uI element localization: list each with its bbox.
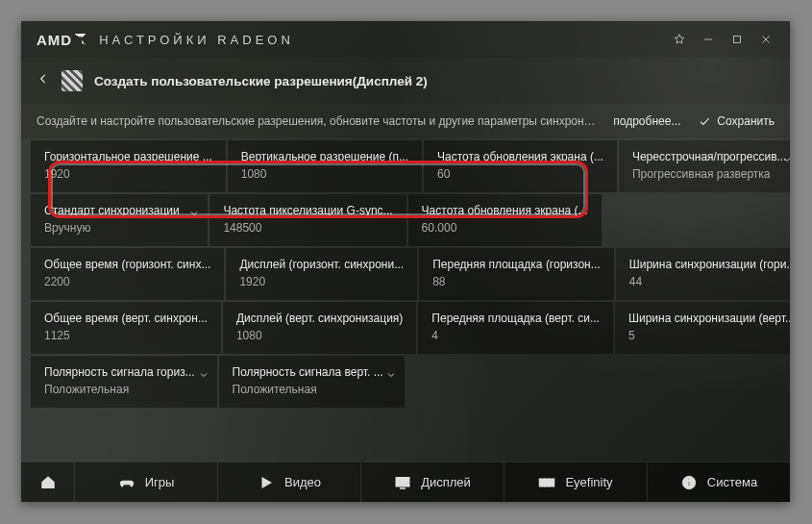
app-title: НАСТРОЙКИ RADEON (99, 33, 294, 47)
setting-label: Дисплей (верт. синхронизация) (236, 312, 403, 325)
settings-row: Общее время (верт. синхрон...1125Дисплей… (31, 302, 780, 354)
setting-value: 5 (628, 329, 790, 342)
nav-display-label: Дисплей (421, 475, 471, 489)
setting-label: Чересстрочная/прогрессив... (632, 150, 787, 163)
minimize-icon (701, 33, 715, 46)
setting-label: Частота обновления экрана (... (422, 204, 588, 217)
setting-label: Общее время (горизонт. синх... (44, 258, 210, 271)
info-icon (680, 474, 698, 491)
description-text: Создайте и настройте пользовательские ра… (37, 114, 596, 128)
close-button[interactable] (751, 25, 780, 54)
nav-system[interactable]: Система (648, 462, 790, 502)
setting-cell[interactable]: Вертикальное разрешение (п...1080 (228, 140, 422, 192)
setting-value: 60.000 (422, 221, 588, 235)
chevron-down-icon (198, 367, 209, 385)
svg-rect-1 (734, 37, 741, 43)
nav-eyefinity[interactable]: Eyefinity (504, 462, 648, 502)
eyefinity-icon (538, 474, 555, 491)
setting-value: 1125 (44, 329, 208, 342)
setting-value: 60 (437, 167, 603, 181)
setting-label: Дисплей (горизонт. синхрони... (239, 258, 404, 271)
setting-cell[interactable]: Чересстрочная/прогрессив...Прогрессивная… (619, 140, 790, 192)
setting-label: Передняя площадка (верт. си... (431, 312, 600, 325)
minimize-button[interactable] (694, 25, 723, 54)
setting-cell[interactable]: Частота пикселизации G-sync...148500 (209, 194, 406, 246)
setting-value: Прогрессивная развертка (632, 167, 787, 181)
setting-value: 1920 (44, 167, 212, 181)
star-icon (673, 33, 686, 46)
empty-cell (595, 356, 781, 408)
display-icon (394, 474, 411, 491)
setting-cell[interactable]: Передняя площадка (верт. си...4 (418, 302, 613, 354)
nav-eyefinity-label: Eyefinity (565, 475, 612, 489)
chevron-left-icon (37, 72, 50, 86)
setting-cell[interactable]: Передняя площадка (горизон...88 (419, 248, 614, 300)
settings-row: Полярность сигнала гориз...Положительная… (31, 356, 780, 408)
nav-games-label: Игры (145, 475, 175, 489)
chevron-down-icon (188, 206, 200, 223)
empty-cell (603, 194, 780, 246)
setting-label: Вертикальное разрешение (п... (241, 150, 408, 163)
svg-rect-10 (688, 481, 690, 486)
setting-value: 2200 (44, 275, 210, 288)
setting-label: Общее время (верт. синхрон... (44, 312, 208, 325)
setting-value: 1080 (241, 167, 408, 181)
setting-cell[interactable]: Ширина синхронизации (верт...5 (615, 302, 790, 354)
nav-home[interactable] (21, 462, 75, 502)
setting-value: 148500 (223, 221, 392, 235)
setting-cell[interactable]: Частота обновления экрана (...60 (424, 140, 617, 192)
setting-value: Положительная (233, 383, 392, 396)
settings-row: Стандарт синхронизацииВручнуюЧастота пик… (31, 194, 780, 246)
maximize-icon (730, 33, 744, 46)
svg-rect-6 (540, 479, 545, 487)
setting-cell[interactable]: Общее время (верт. синхрон...1125 (31, 302, 221, 354)
save-label: Сохранить (717, 114, 775, 128)
setting-cell[interactable]: Полярность сигнала верт. ...Положительна… (219, 356, 406, 408)
setting-cell[interactable]: Ширина синхронизации (гори...44 (616, 248, 790, 300)
bottom-nav: Игры Видео Дисплей Eyefinity Система (21, 462, 790, 502)
setting-cell[interactable]: Общее время (горизонт. синх...2200 (31, 248, 224, 300)
back-button[interactable] (37, 72, 50, 89)
setting-cell[interactable]: Стандарт синхронизацииВручную (31, 194, 208, 246)
subheader: Создать пользовательские разрешения(Дисп… (21, 58, 790, 104)
setting-cell[interactable]: Горизонтальное разрешение ...1920 (31, 140, 226, 192)
page-title: Создать пользовательские разрешения(Дисп… (94, 74, 428, 88)
setting-value: 4 (431, 329, 600, 342)
settings-grid: Горизонтальное разрешение ...1920Вертика… (21, 138, 790, 462)
setting-cell[interactable]: Дисплей (горизонт. синхрони...1920 (226, 248, 417, 300)
setting-label: Полярность сигнала гориз... (44, 365, 204, 379)
favorite-button[interactable] (665, 25, 694, 54)
gamepad-icon (118, 474, 135, 491)
more-link[interactable]: подробнее... (613, 114, 680, 128)
app-window: AMD НАСТРОЙКИ RADEON Создать пользовател… (21, 21, 790, 502)
setting-value: 88 (432, 275, 601, 288)
svg-rect-8 (550, 479, 554, 487)
setting-cell[interactable]: Частота обновления экрана (...60.000 (408, 194, 602, 246)
save-button[interactable]: Сохранить (698, 114, 775, 128)
description-bar: Создайте и настройте пользовательские ра… (21, 104, 790, 138)
svg-rect-11 (688, 478, 690, 480)
empty-cell (406, 356, 593, 408)
setting-value: 1920 (239, 275, 404, 288)
setting-label: Частота обновления экрана (... (437, 150, 603, 163)
setting-label: Полярность сигнала верт. ... (233, 365, 392, 379)
chevron-down-icon (385, 367, 397, 385)
amd-logo: AMD (37, 32, 86, 48)
nav-games[interactable]: Игры (75, 462, 218, 502)
setting-cell[interactable]: Полярность сигнала гориз...Положительная (31, 356, 217, 408)
nav-system-label: Система (707, 475, 757, 489)
close-icon (759, 33, 773, 46)
titlebar: AMD НАСТРОЙКИ RADEON (21, 21, 790, 58)
nav-display[interactable]: Дисплей (361, 462, 504, 502)
setting-value: Положительная (44, 383, 204, 396)
setting-value: 44 (629, 275, 790, 288)
home-icon (39, 474, 57, 491)
setting-label: Ширина синхронизации (гори... (629, 258, 790, 271)
nav-video[interactable]: Видео (218, 462, 361, 502)
setting-value: Вручную (44, 221, 194, 235)
setting-cell[interactable]: Дисплей (верт. синхронизация)1080 (223, 302, 416, 354)
setting-value: 1080 (236, 329, 403, 342)
maximize-button[interactable] (723, 25, 751, 54)
setting-label: Частота пикселизации G-sync... (223, 204, 392, 217)
resolution-icon (62, 70, 83, 91)
